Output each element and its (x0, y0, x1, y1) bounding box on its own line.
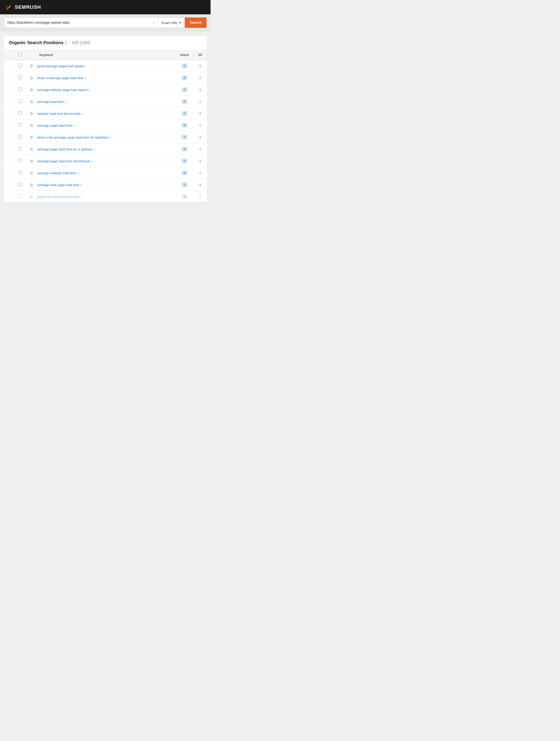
sf-cell: ♛ (193, 72, 207, 84)
sf-cell: ♛ (193, 143, 207, 155)
keyword-cell: ⊕ what is average page load time » (26, 72, 176, 84)
expand-cell[interactable]: › (4, 72, 15, 84)
keyword-link[interactable]: average page load time for a website » (37, 147, 95, 151)
row-checkbox[interactable] (19, 64, 22, 67)
row-checkbox[interactable] (19, 183, 22, 186)
keyword-arrows-icon: » (109, 136, 111, 139)
keyword-link[interactable]: what is the average page load time for w… (37, 135, 111, 139)
sf-cell: ♛ (193, 96, 207, 108)
expand-cell[interactable]: › (4, 191, 15, 203)
expand-chevron-icon[interactable]: › (9, 160, 10, 162)
organic-positions-card: Organic Search Positions 1 - 100 (250) K… (4, 36, 207, 203)
expand-cell[interactable]: › (4, 108, 15, 120)
expand-cell[interactable]: › (4, 179, 15, 191)
semrush-logo-icon (4, 3, 12, 11)
intent-cell: I (176, 143, 193, 155)
table-row: › ⊕ average page load time » I ♛ (4, 120, 207, 131)
row-checkbox[interactable] (19, 147, 22, 150)
expand-chevron-icon[interactable]: › (9, 100, 10, 103)
expand-chevron-icon[interactable]: › (9, 195, 10, 198)
add-to-list-icon[interactable]: ⊕ (29, 123, 34, 128)
keyword-arrows-icon: » (73, 124, 75, 127)
keyword-cell: ⊕ average load time » (26, 96, 176, 108)
row-checkbox[interactable] (19, 123, 22, 127)
keyword-link[interactable]: website load time benchmark » (37, 112, 83, 116)
checkbox-cell (15, 96, 26, 108)
url-input[interactable] (7, 21, 151, 25)
expand-chevron-icon[interactable]: › (9, 124, 10, 127)
row-checkbox[interactable] (19, 87, 22, 91)
table-row: › ⊕ page load speed benchmark » I ♛ (4, 191, 207, 203)
expand-chevron-icon[interactable]: › (9, 183, 10, 186)
row-checkbox[interactable] (19, 111, 22, 115)
checkbox-cell (15, 108, 26, 120)
keyword-cell: ⊕ average web page load time » (26, 179, 176, 191)
expand-chevron-icon[interactable]: › (9, 65, 10, 67)
row-checkbox[interactable] (19, 135, 22, 139)
expand-cell[interactable]: › (4, 143, 15, 155)
select-all-checkbox[interactable] (19, 53, 22, 56)
row-checkbox[interactable] (19, 171, 22, 174)
sf-crown-icon: ♛ (198, 76, 202, 80)
add-to-list-icon[interactable]: ⊕ (29, 111, 34, 116)
keyword-link[interactable]: average load time » (37, 100, 67, 104)
expand-chevron-icon[interactable]: › (9, 76, 10, 79)
table-row: › ⊕ average load time » I ♛ (4, 96, 207, 108)
expand-cell[interactable]: › (4, 96, 15, 108)
add-to-list-icon[interactable]: ⊕ (29, 194, 34, 199)
intent-badge: I (182, 76, 187, 80)
keyword-arrows-icon: » (91, 160, 92, 163)
add-to-list-icon[interactable]: ⊕ (29, 63, 34, 69)
add-to-list-icon[interactable]: ⊕ (29, 146, 34, 152)
add-to-list-icon[interactable]: ⊕ (29, 158, 34, 164)
expand-cell[interactable]: › (4, 120, 15, 131)
checkbox-cell (15, 167, 26, 179)
expand-cell[interactable]: › (4, 167, 15, 179)
logo-container: SEMRUSH (4, 3, 41, 11)
keyword-arrows-icon: » (77, 172, 79, 175)
add-to-list-icon[interactable]: ⊕ (29, 75, 34, 80)
expand-cell[interactable]: › (4, 84, 15, 96)
add-to-list-icon[interactable]: ⊕ (29, 87, 34, 92)
search-bar-container: × Exact URL ▾ Search (0, 14, 211, 31)
intent-cell: I (176, 96, 193, 108)
keyword-link[interactable]: good average page load speed » (37, 64, 86, 68)
card-header: Organic Search Positions 1 - 100 (250) (4, 36, 207, 50)
keyword-link[interactable]: what is average page load time » (37, 76, 86, 80)
sf-crown-icon: ♛ (198, 64, 202, 68)
expand-chevron-icon[interactable]: › (9, 148, 10, 150)
row-checkbox[interactable] (19, 99, 22, 103)
add-to-list-icon[interactable]: ⊕ (29, 99, 34, 104)
keyword-link[interactable]: average page load time benchmark » (37, 159, 92, 163)
expand-cell[interactable]: › (4, 60, 15, 72)
keyword-arrows-icon: » (82, 112, 83, 116)
table-row: › ⊕ average web page load time » I ♛ (4, 179, 207, 191)
expand-cell[interactable]: › (4, 131, 15, 143)
search-button[interactable]: Search (185, 17, 207, 28)
add-to-list-icon[interactable]: ⊕ (29, 170, 34, 176)
exact-url-dropdown[interactable]: Exact URL ▾ (158, 17, 185, 28)
row-checkbox[interactable] (19, 76, 22, 79)
expand-chevron-icon[interactable]: › (9, 112, 10, 115)
sf-cell: ♛ (193, 120, 207, 131)
keyword-link[interactable]: average page load time » (37, 124, 75, 127)
sf-crown-icon: ♛ (198, 194, 202, 199)
clear-icon[interactable]: × (153, 21, 155, 24)
keyword-link[interactable]: page load speed benchmark » (37, 195, 82, 199)
add-to-list-icon[interactable]: ⊕ (29, 182, 34, 188)
add-to-list-icon[interactable]: ⊕ (29, 135, 34, 140)
sf-cell: ♛ (193, 131, 207, 143)
expand-chevron-icon[interactable]: › (9, 172, 10, 174)
row-checkbox[interactable] (19, 194, 22, 198)
expand-cell[interactable]: › (4, 155, 15, 167)
checkbox-cell (15, 155, 26, 167)
keyword-link[interactable]: average website page load speed » (37, 88, 90, 92)
checkbox-cell (15, 60, 26, 72)
row-checkbox[interactable] (19, 159, 22, 162)
intent-cell: I (176, 155, 193, 167)
expand-chevron-icon[interactable]: › (9, 88, 10, 91)
keyword-link[interactable]: average website load time » (37, 171, 79, 175)
intent-cell: I (176, 72, 193, 84)
keyword-link[interactable]: average web page load time » (37, 183, 82, 187)
expand-chevron-icon[interactable]: › (9, 136, 10, 139)
